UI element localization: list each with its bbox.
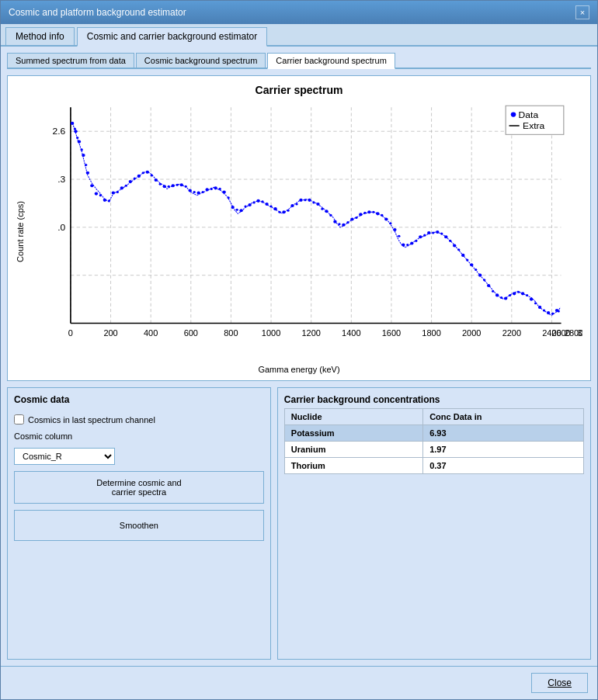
tab-cosmic-carrier[interactable]: Cosmic and carrier background estimator bbox=[77, 27, 267, 47]
svg-point-150 bbox=[492, 290, 494, 293]
svg-point-57 bbox=[196, 191, 200, 194]
svg-point-121 bbox=[244, 206, 246, 208]
svg-text:800: 800 bbox=[224, 328, 238, 338]
conc-cell: 6.93 bbox=[423, 425, 584, 442]
svg-point-147 bbox=[466, 259, 468, 262]
tab-method-info[interactable]: Method info bbox=[5, 27, 75, 45]
chart-svg: 2.6 .3 .0 0 200 400 600 800 1000 1200 14… bbox=[28, 99, 582, 363]
cosmic-panel: Cosmic data Cosmics in last spectrum cha… bbox=[7, 387, 271, 660]
svg-point-89 bbox=[470, 263, 473, 266]
svg-point-56 bbox=[189, 189, 192, 192]
svg-point-126 bbox=[287, 210, 289, 212]
main-window: Cosmic and platform background estimator… bbox=[0, 0, 598, 700]
svg-point-120 bbox=[235, 209, 238, 211]
svg-point-115 bbox=[193, 191, 196, 193]
svg-point-160 bbox=[511, 112, 516, 116]
svg-point-104 bbox=[99, 194, 102, 196]
cosmic-panel-title: Cosmic data bbox=[14, 394, 264, 405]
svg-text:1600: 1600 bbox=[382, 328, 401, 338]
svg-point-51 bbox=[146, 171, 149, 174]
close-button[interactable]: Close bbox=[531, 673, 588, 693]
svg-point-112 bbox=[168, 185, 170, 188]
svg-point-143 bbox=[432, 232, 434, 234]
svg-point-122 bbox=[252, 201, 255, 203]
svg-point-131 bbox=[329, 214, 332, 217]
determine-spectra-button[interactable]: Determine cosmic and carrier spectra bbox=[14, 471, 264, 504]
tab-summed-spectrum[interactable]: Summed spectrum from data bbox=[7, 53, 134, 68]
svg-point-113 bbox=[176, 184, 179, 186]
svg-point-65 bbox=[265, 203, 268, 206]
main-content: Summed spectrum from data Cosmic backgro… bbox=[1, 47, 597, 666]
smoothen-button[interactable]: Smoothen bbox=[14, 510, 264, 541]
svg-point-103 bbox=[85, 164, 87, 166]
svg-point-111 bbox=[159, 183, 162, 185]
svg-point-127 bbox=[295, 203, 297, 205]
table-row[interactable]: Uranium 1.97 bbox=[284, 442, 583, 458]
svg-point-41 bbox=[78, 140, 81, 144]
window-close-button[interactable]: × bbox=[575, 5, 589, 19]
svg-point-62 bbox=[239, 209, 242, 212]
svg-point-107 bbox=[125, 185, 127, 187]
tab-cosmic-background[interactable]: Cosmic background spectrum bbox=[136, 53, 266, 68]
svg-point-152 bbox=[509, 294, 511, 296]
svg-point-142 bbox=[423, 234, 426, 237]
svg-point-96 bbox=[530, 298, 533, 301]
svg-point-124 bbox=[269, 206, 272, 208]
svg-point-129 bbox=[312, 201, 315, 203]
svg-point-158 bbox=[558, 310, 560, 312]
svg-point-83 bbox=[419, 235, 422, 238]
svg-point-100 bbox=[74, 128, 76, 130]
svg-point-149 bbox=[483, 279, 485, 281]
svg-point-71 bbox=[316, 203, 319, 206]
y-axis-label: Count rate (cps) bbox=[16, 201, 25, 262]
svg-point-73 bbox=[333, 220, 336, 224]
svg-point-74 bbox=[342, 224, 345, 227]
svg-point-106 bbox=[116, 191, 119, 193]
cosmic-column-dropdown[interactable]: Cosmic_R bbox=[14, 448, 115, 465]
svg-point-151 bbox=[500, 296, 502, 299]
sub-tabs: Summed spectrum from data Cosmic backgro… bbox=[7, 53, 591, 69]
svg-point-156 bbox=[543, 309, 545, 311]
svg-point-133 bbox=[346, 221, 349, 224]
svg-point-75 bbox=[350, 217, 353, 220]
concentration-table: Nuclide Conc Data in Potassium 6.93 Uran… bbox=[284, 408, 584, 474]
nuclide-cell: Potassium bbox=[284, 425, 422, 442]
svg-point-72 bbox=[325, 210, 328, 213]
svg-point-63 bbox=[248, 203, 251, 206]
svg-point-88 bbox=[461, 254, 464, 257]
svg-text:0: 0 bbox=[68, 328, 73, 338]
footer: Close bbox=[1, 666, 597, 699]
svg-point-128 bbox=[304, 199, 306, 201]
svg-point-130 bbox=[321, 208, 323, 210]
svg-point-52 bbox=[155, 178, 158, 182]
table-row[interactable]: Potassium 6.93 bbox=[284, 425, 583, 442]
nuclide-cell: Uranium bbox=[284, 442, 422, 458]
svg-point-80 bbox=[393, 228, 396, 231]
svg-point-68 bbox=[290, 204, 294, 207]
x-axis-label: Gamma energy (keV) bbox=[16, 365, 582, 374]
cosmic-column-label: Cosmic column bbox=[14, 431, 264, 442]
tab-carrier-background[interactable]: Carrier background spectrum bbox=[267, 53, 395, 69]
main-tabs: Method info Cosmic and carrier backgroun… bbox=[1, 24, 597, 47]
svg-point-95 bbox=[521, 292, 524, 295]
svg-point-144 bbox=[440, 233, 443, 235]
table-row[interactable]: Thorium 0.37 bbox=[284, 458, 583, 474]
svg-point-40 bbox=[74, 130, 77, 133]
svg-point-69 bbox=[299, 199, 302, 202]
svg-point-138 bbox=[389, 222, 391, 224]
svg-text:1400: 1400 bbox=[342, 328, 360, 338]
cosmic-checkbox-row: Cosmics in last spectrum channel bbox=[14, 414, 264, 425]
svg-point-109 bbox=[142, 172, 144, 174]
svg-point-97 bbox=[538, 306, 541, 309]
svg-point-101 bbox=[76, 137, 78, 139]
carrier-panel-title: Carrier background concentrations bbox=[284, 394, 584, 405]
svg-point-108 bbox=[134, 177, 136, 179]
svg-point-43 bbox=[86, 172, 89, 175]
svg-text:1000: 1000 bbox=[262, 328, 280, 338]
svg-point-137 bbox=[381, 214, 383, 217]
svg-text:200: 200 bbox=[103, 328, 117, 338]
svg-point-76 bbox=[359, 213, 362, 216]
cosmics-checkbox[interactable] bbox=[14, 414, 24, 425]
svg-point-66 bbox=[273, 207, 276, 210]
svg-point-132 bbox=[338, 223, 340, 225]
